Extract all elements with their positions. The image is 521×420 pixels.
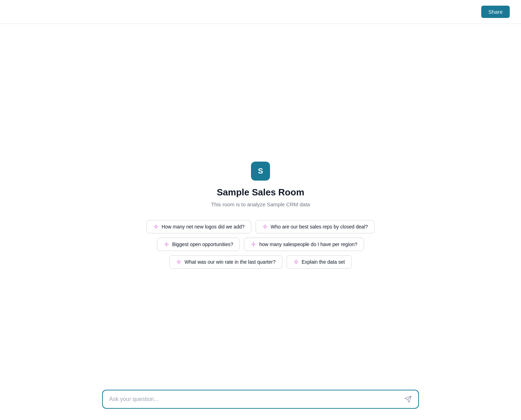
room-subtitle: This room is to analyze Sample CRM data	[211, 201, 310, 207]
sparkle-icon	[293, 259, 299, 265]
suggestion-btn-s5[interactable]: What was our win rate in the last quarte…	[169, 255, 282, 269]
suggestion-label-s1: How many net new logos did we add?	[162, 224, 245, 230]
bottom-bar	[0, 381, 521, 420]
sparkle-icon	[262, 224, 268, 230]
sparkle-icon	[176, 259, 182, 265]
room-icon-letter: S	[258, 167, 263, 176]
suggestion-btn-s4[interactable]: how many salespeople do I have per regio…	[244, 238, 364, 251]
header: Share	[0, 0, 521, 24]
suggestion-label-s5: What was our win rate in the last quarte…	[184, 259, 275, 265]
suggestion-btn-s3[interactable]: Biggest open opportunities?	[157, 238, 240, 251]
suggestion-row-1: Biggest open opportunities? how many sal…	[157, 238, 364, 251]
send-button[interactable]	[404, 395, 412, 403]
suggestion-btn-s6[interactable]: Explain the data set	[287, 255, 352, 269]
share-button[interactable]: Share	[481, 6, 510, 18]
room-icon: S	[251, 162, 270, 181]
suggestion-btn-s2[interactable]: Who are our best sales reps by closed de…	[256, 220, 375, 233]
suggestion-row-0: How many net new logos did we add? Who a…	[146, 220, 375, 233]
sparkle-icon	[251, 242, 256, 247]
sparkle-icon	[164, 242, 169, 247]
sparkle-icon	[153, 224, 159, 230]
send-icon	[404, 395, 412, 403]
suggestion-btn-s1[interactable]: How many net new logos did we add?	[146, 220, 251, 233]
question-input[interactable]	[109, 396, 401, 402]
room-title: Sample Sales Room	[217, 187, 305, 198]
suggestion-label-s3: Biggest open opportunities?	[172, 242, 233, 247]
suggestion-label-s4: how many salespeople do I have per regio…	[259, 242, 357, 247]
suggestion-row-2: What was our win rate in the last quarte…	[169, 255, 351, 269]
suggestions-container: How many net new logos did we add? Who a…	[123, 220, 398, 269]
suggestion-label-s2: Who are our best sales reps by closed de…	[271, 224, 368, 230]
input-wrapper	[102, 390, 419, 409]
main-content: S Sample Sales Room This room is to anal…	[0, 24, 521, 378]
suggestion-label-s6: Explain the data set	[302, 259, 345, 265]
